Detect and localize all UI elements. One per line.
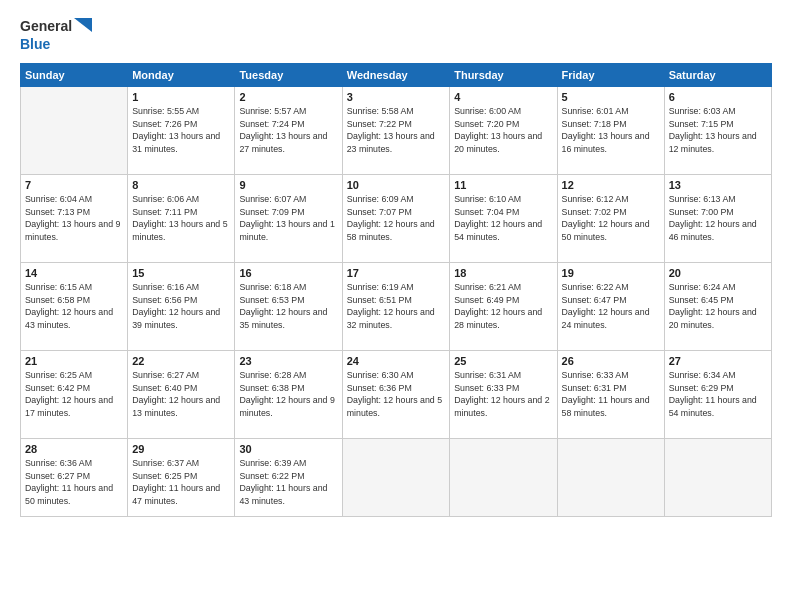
- calendar-cell: 15 Sunrise: 6:16 AM Sunset: 6:56 PM Dayl…: [128, 262, 235, 350]
- column-header-friday: Friday: [557, 63, 664, 86]
- day-info: Sunrise: 6:25 AM Sunset: 6:42 PM Dayligh…: [25, 369, 123, 420]
- day-number: 13: [669, 179, 767, 191]
- calendar-cell: 26 Sunrise: 6:33 AM Sunset: 6:31 PM Dayl…: [557, 350, 664, 438]
- day-number: 3: [347, 91, 445, 103]
- day-number: 22: [132, 355, 230, 367]
- day-info: Sunrise: 6:39 AM Sunset: 6:22 PM Dayligh…: [239, 457, 337, 508]
- calendar-cell: [21, 86, 128, 174]
- column-header-saturday: Saturday: [664, 63, 771, 86]
- day-info: Sunrise: 6:06 AM Sunset: 7:11 PM Dayligh…: [132, 193, 230, 244]
- day-number: 9: [239, 179, 337, 191]
- calendar-cell: 2 Sunrise: 5:57 AM Sunset: 7:24 PM Dayli…: [235, 86, 342, 174]
- calendar-cell: 3 Sunrise: 5:58 AM Sunset: 7:22 PM Dayli…: [342, 86, 449, 174]
- day-number: 5: [562, 91, 660, 103]
- day-number: 24: [347, 355, 445, 367]
- calendar-cell: 14 Sunrise: 6:15 AM Sunset: 6:58 PM Dayl…: [21, 262, 128, 350]
- day-number: 11: [454, 179, 552, 191]
- svg-marker-0: [74, 18, 92, 32]
- day-number: 30: [239, 443, 337, 455]
- day-number: 14: [25, 267, 123, 279]
- calendar-cell: 12 Sunrise: 6:12 AM Sunset: 7:02 PM Dayl…: [557, 174, 664, 262]
- calendar-cell: 30 Sunrise: 6:39 AM Sunset: 6:22 PM Dayl…: [235, 438, 342, 516]
- calendar-cell: 28 Sunrise: 6:36 AM Sunset: 6:27 PM Dayl…: [21, 438, 128, 516]
- day-info: Sunrise: 5:55 AM Sunset: 7:26 PM Dayligh…: [132, 105, 230, 156]
- calendar-cell: 7 Sunrise: 6:04 AM Sunset: 7:13 PM Dayli…: [21, 174, 128, 262]
- day-info: Sunrise: 6:22 AM Sunset: 6:47 PM Dayligh…: [562, 281, 660, 332]
- day-info: Sunrise: 5:57 AM Sunset: 7:24 PM Dayligh…: [239, 105, 337, 156]
- day-number: 6: [669, 91, 767, 103]
- calendar-cell: 4 Sunrise: 6:00 AM Sunset: 7:20 PM Dayli…: [450, 86, 557, 174]
- day-number: 28: [25, 443, 123, 455]
- calendar-cell: 21 Sunrise: 6:25 AM Sunset: 6:42 PM Dayl…: [21, 350, 128, 438]
- day-number: 12: [562, 179, 660, 191]
- column-header-sunday: Sunday: [21, 63, 128, 86]
- day-info: Sunrise: 6:21 AM Sunset: 6:49 PM Dayligh…: [454, 281, 552, 332]
- day-info: Sunrise: 6:15 AM Sunset: 6:58 PM Dayligh…: [25, 281, 123, 332]
- day-info: Sunrise: 6:13 AM Sunset: 7:00 PM Dayligh…: [669, 193, 767, 244]
- day-info: Sunrise: 6:03 AM Sunset: 7:15 PM Dayligh…: [669, 105, 767, 156]
- day-number: 10: [347, 179, 445, 191]
- column-header-tuesday: Tuesday: [235, 63, 342, 86]
- calendar-cell: 16 Sunrise: 6:18 AM Sunset: 6:53 PM Dayl…: [235, 262, 342, 350]
- day-info: Sunrise: 5:58 AM Sunset: 7:22 PM Dayligh…: [347, 105, 445, 156]
- day-number: 18: [454, 267, 552, 279]
- day-info: Sunrise: 6:27 AM Sunset: 6:40 PM Dayligh…: [132, 369, 230, 420]
- calendar-cell: 6 Sunrise: 6:03 AM Sunset: 7:15 PM Dayli…: [664, 86, 771, 174]
- day-info: Sunrise: 6:36 AM Sunset: 6:27 PM Dayligh…: [25, 457, 123, 508]
- day-number: 29: [132, 443, 230, 455]
- day-info: Sunrise: 6:16 AM Sunset: 6:56 PM Dayligh…: [132, 281, 230, 332]
- calendar-cell: 24 Sunrise: 6:30 AM Sunset: 6:36 PM Dayl…: [342, 350, 449, 438]
- calendar-cell: [342, 438, 449, 516]
- column-header-monday: Monday: [128, 63, 235, 86]
- day-info: Sunrise: 6:00 AM Sunset: 7:20 PM Dayligh…: [454, 105, 552, 156]
- day-info: Sunrise: 6:30 AM Sunset: 6:36 PM Dayligh…: [347, 369, 445, 420]
- day-number: 23: [239, 355, 337, 367]
- day-number: 15: [132, 267, 230, 279]
- calendar-cell: 10 Sunrise: 6:09 AM Sunset: 7:07 PM Dayl…: [342, 174, 449, 262]
- day-number: 27: [669, 355, 767, 367]
- day-number: 4: [454, 91, 552, 103]
- day-info: Sunrise: 6:33 AM Sunset: 6:31 PM Dayligh…: [562, 369, 660, 420]
- day-info: Sunrise: 6:19 AM Sunset: 6:51 PM Dayligh…: [347, 281, 445, 332]
- calendar-cell: 17 Sunrise: 6:19 AM Sunset: 6:51 PM Dayl…: [342, 262, 449, 350]
- day-info: Sunrise: 6:04 AM Sunset: 7:13 PM Dayligh…: [25, 193, 123, 244]
- calendar-cell: 13 Sunrise: 6:13 AM Sunset: 7:00 PM Dayl…: [664, 174, 771, 262]
- calendar-cell: 29 Sunrise: 6:37 AM Sunset: 6:25 PM Dayl…: [128, 438, 235, 516]
- day-number: 21: [25, 355, 123, 367]
- day-number: 25: [454, 355, 552, 367]
- calendar-cell: 11 Sunrise: 6:10 AM Sunset: 7:04 PM Dayl…: [450, 174, 557, 262]
- calendar-table: SundayMondayTuesdayWednesdayThursdayFrid…: [20, 63, 772, 517]
- column-header-thursday: Thursday: [450, 63, 557, 86]
- day-number: 1: [132, 91, 230, 103]
- day-number: 17: [347, 267, 445, 279]
- day-info: Sunrise: 6:31 AM Sunset: 6:33 PM Dayligh…: [454, 369, 552, 420]
- day-number: 26: [562, 355, 660, 367]
- day-info: Sunrise: 6:01 AM Sunset: 7:18 PM Dayligh…: [562, 105, 660, 156]
- calendar-cell: [664, 438, 771, 516]
- calendar-cell: [557, 438, 664, 516]
- calendar-cell: 18 Sunrise: 6:21 AM Sunset: 6:49 PM Dayl…: [450, 262, 557, 350]
- calendar-cell: 9 Sunrise: 6:07 AM Sunset: 7:09 PM Dayli…: [235, 174, 342, 262]
- calendar-cell: 1 Sunrise: 5:55 AM Sunset: 7:26 PM Dayli…: [128, 86, 235, 174]
- calendar-cell: 23 Sunrise: 6:28 AM Sunset: 6:38 PM Dayl…: [235, 350, 342, 438]
- calendar-cell: 19 Sunrise: 6:22 AM Sunset: 6:47 PM Dayl…: [557, 262, 664, 350]
- calendar-cell: 5 Sunrise: 6:01 AM Sunset: 7:18 PM Dayli…: [557, 86, 664, 174]
- column-header-wednesday: Wednesday: [342, 63, 449, 86]
- day-info: Sunrise: 6:24 AM Sunset: 6:45 PM Dayligh…: [669, 281, 767, 332]
- day-number: 19: [562, 267, 660, 279]
- day-info: Sunrise: 6:18 AM Sunset: 6:53 PM Dayligh…: [239, 281, 337, 332]
- logo: General Blue: [20, 18, 92, 53]
- day-info: Sunrise: 6:28 AM Sunset: 6:38 PM Dayligh…: [239, 369, 337, 420]
- day-number: 16: [239, 267, 337, 279]
- day-number: 20: [669, 267, 767, 279]
- day-info: Sunrise: 6:07 AM Sunset: 7:09 PM Dayligh…: [239, 193, 337, 244]
- day-info: Sunrise: 6:10 AM Sunset: 7:04 PM Dayligh…: [454, 193, 552, 244]
- day-info: Sunrise: 6:34 AM Sunset: 6:29 PM Dayligh…: [669, 369, 767, 420]
- calendar-cell: 22 Sunrise: 6:27 AM Sunset: 6:40 PM Dayl…: [128, 350, 235, 438]
- calendar-cell: 8 Sunrise: 6:06 AM Sunset: 7:11 PM Dayli…: [128, 174, 235, 262]
- calendar-cell: 25 Sunrise: 6:31 AM Sunset: 6:33 PM Dayl…: [450, 350, 557, 438]
- calendar-cell: 27 Sunrise: 6:34 AM Sunset: 6:29 PM Dayl…: [664, 350, 771, 438]
- day-number: 7: [25, 179, 123, 191]
- calendar-cell: 20 Sunrise: 6:24 AM Sunset: 6:45 PM Dayl…: [664, 262, 771, 350]
- day-info: Sunrise: 6:37 AM Sunset: 6:25 PM Dayligh…: [132, 457, 230, 508]
